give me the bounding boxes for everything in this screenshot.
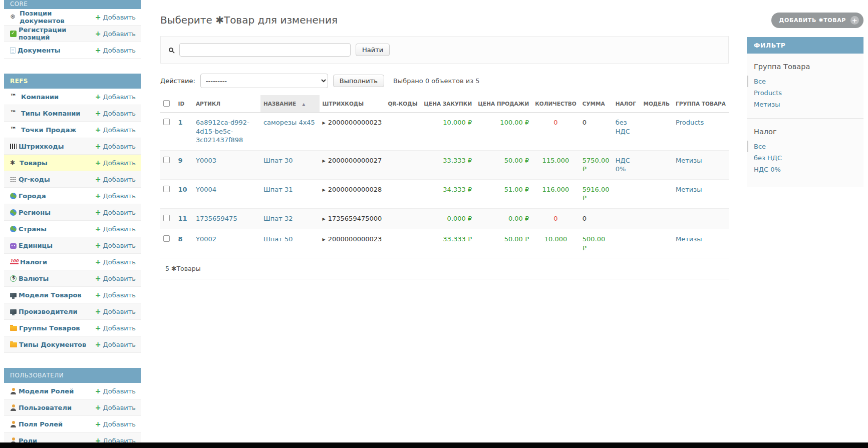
col-header-id[interactable]: ID xyxy=(175,95,193,113)
add-product-button[interactable]: ДОБАВИТЬ ✱ТОВАР xyxy=(771,13,863,28)
name-link[interactable]: Шпат 31 xyxy=(263,186,293,193)
sidebar-item-pozicii-dokumentov[interactable]: Позиции документов Добавить xyxy=(4,9,141,26)
row-checkbox[interactable] xyxy=(163,157,170,163)
col-header-qr[interactable]: QR-КОДЫ xyxy=(385,95,421,113)
add-link[interactable]: Добавить xyxy=(95,225,136,233)
col-header-barcodes[interactable]: ШТРИХКОДЫ xyxy=(320,95,385,113)
add-link[interactable]: Добавить xyxy=(95,307,136,315)
col-header-sku[interactable]: АРТИКЛ xyxy=(193,95,260,113)
add-link[interactable]: Добавить xyxy=(95,420,136,428)
name-link[interactable]: Шпат 50 xyxy=(263,235,293,243)
add-link[interactable]: Добавить xyxy=(95,258,136,266)
search-input[interactable] xyxy=(179,43,351,57)
col-header-model[interactable]: МОДЕЛЬ xyxy=(640,95,673,113)
expand-icon[interactable] xyxy=(323,188,326,193)
run-action-button[interactable]: Выполнить xyxy=(333,75,384,87)
expand-icon[interactable] xyxy=(323,121,326,126)
add-link[interactable]: Добавить xyxy=(95,159,136,167)
sidebar-item-goroda[interactable]: Города Добавить xyxy=(4,188,141,204)
add-link[interactable]: Добавить xyxy=(95,126,136,134)
sidebar-item-polzovateli[interactable]: Пользователи Добавить xyxy=(4,399,141,416)
sku-link[interactable]: 1735659475 xyxy=(196,215,237,222)
sidebar-item-modeli-rolej[interactable]: Модели Ролей Добавить xyxy=(4,383,141,399)
tax-link[interactable]: без НДС xyxy=(616,119,630,135)
add-link[interactable]: Добавить xyxy=(95,340,136,348)
group-link[interactable]: Метизы xyxy=(676,235,702,243)
add-link[interactable]: Добавить xyxy=(95,30,136,38)
sidebar-item-dokumenty[interactable]: Документы Добавить xyxy=(4,42,141,59)
row-checkbox[interactable] xyxy=(163,119,170,125)
name-link[interactable]: Шпат 30 xyxy=(263,157,293,164)
add-link[interactable]: Добавить xyxy=(95,208,136,216)
filter-header: ФИЛЬТР xyxy=(747,37,863,54)
col-header-buy-price[interactable]: ЦЕНА ЗАКУПКИ xyxy=(421,95,475,113)
add-link[interactable]: Добавить xyxy=(95,175,136,183)
sidebar-item-tovary[interactable]: Товары Добавить xyxy=(4,155,141,171)
sku-link[interactable]: Y0004 xyxy=(196,186,216,193)
add-link[interactable]: Добавить xyxy=(95,324,136,332)
name-link[interactable]: саморезы 4x45 xyxy=(263,119,315,126)
add-link[interactable]: Добавить xyxy=(95,93,136,101)
sidebar-item-shtrihkody[interactable]: Штрихкоды Добавить xyxy=(4,138,141,155)
filter-list-tax: Все без НДС НДС 0% xyxy=(747,141,863,175)
filter-option-all[interactable]: Все xyxy=(747,76,863,87)
sidebar-item-strany[interactable]: Страны Добавить xyxy=(4,221,141,237)
filter-option-vat-0[interactable]: НДС 0% xyxy=(747,164,863,175)
sidebar-item-polya-rolej[interactable]: Поля Ролей Добавить xyxy=(4,416,141,432)
action-select[interactable]: --------- xyxy=(200,74,328,88)
sidebar-item-gruppy-tovarov[interactable]: Группы Товаров Добавить xyxy=(4,320,141,336)
filter-option-no-vat[interactable]: без НДС xyxy=(747,152,863,164)
add-link[interactable]: Добавить xyxy=(95,291,136,299)
group-link[interactable]: Products xyxy=(676,119,704,126)
col-header-sell-price[interactable]: ЦЕНА ПРОДАЖИ xyxy=(475,95,532,113)
sidebar-item-nalogi[interactable]: Налоги Добавить xyxy=(4,254,141,270)
sidebar-item-proizvoditeli[interactable]: Производители Добавить xyxy=(4,303,141,320)
expand-icon[interactable] xyxy=(323,237,326,243)
cell-qr xyxy=(385,229,421,258)
col-header-name[interactable]: НАЗВАНИЕ xyxy=(260,95,320,113)
search-icon xyxy=(169,48,173,52)
sku-link[interactable]: Y0002 xyxy=(196,235,216,243)
expand-icon[interactable] xyxy=(323,159,326,164)
row-checkbox[interactable] xyxy=(163,186,170,192)
sidebar-item-edinicy[interactable]: Единицы Добавить xyxy=(4,237,141,254)
group-link[interactable]: Метизы xyxy=(676,186,702,193)
col-header-group[interactable]: ГРУППА ТОВАРА xyxy=(673,95,729,113)
add-link[interactable]: Добавить xyxy=(95,46,136,54)
name-link[interactable]: Шпат 32 xyxy=(263,215,293,222)
filter-option-all[interactable]: Все xyxy=(747,141,863,152)
sidebar-item-tipy-dokumentov[interactable]: Типы Документов Добавить xyxy=(4,336,141,353)
expand-icon[interactable] xyxy=(323,217,326,222)
row-checkbox[interactable] xyxy=(163,215,170,221)
sidebar-item-tochki-prodazh[interactable]: Точки Продаж Добавить xyxy=(4,122,141,138)
sidebar-item-qr-kody[interactable]: Qr-коды Добавить xyxy=(4,171,141,188)
sku-link[interactable]: 6a8912ca-d992-4d15-be5c-3c021437f898 xyxy=(196,119,249,144)
add-link[interactable]: Добавить xyxy=(95,387,136,395)
sort-asc-icon[interactable] xyxy=(302,102,305,107)
tax-link[interactable]: НДС 0% xyxy=(616,157,630,173)
col-header-tax[interactable]: НАЛОГ xyxy=(613,95,641,113)
col-header-sum[interactable]: СУММА xyxy=(580,95,613,113)
search-button[interactable]: Найти xyxy=(356,44,390,56)
group-link[interactable]: Метизы xyxy=(676,157,702,164)
sidebar-item-tipy-kompanii[interactable]: Типы Компании Добавить xyxy=(4,105,141,122)
select-all-checkbox[interactable] xyxy=(163,100,170,107)
add-link[interactable]: Добавить xyxy=(95,241,136,249)
row-checkbox[interactable] xyxy=(163,235,170,242)
add-link[interactable]: Добавить xyxy=(95,109,136,117)
add-link[interactable]: Добавить xyxy=(95,13,136,21)
sku-link[interactable]: Y0003 xyxy=(196,157,216,164)
add-link[interactable]: Добавить xyxy=(95,274,136,282)
filter-option-metizy[interactable]: Метизы xyxy=(747,99,863,110)
sidebar-item-registracii-pozicij[interactable]: Регистрации позиций Добавить xyxy=(4,26,141,42)
col-header-quantity[interactable]: КОЛИЧЕСТВО xyxy=(532,95,579,113)
cell-id: 11 xyxy=(175,208,193,229)
sidebar-item-valyuty[interactable]: Валюты Добавить xyxy=(4,270,141,287)
sidebar-item-modeli-tovarov[interactable]: Модели Товаров Добавить xyxy=(4,287,141,303)
sidebar-item-kompanii[interactable]: Компании Добавить xyxy=(4,89,141,105)
filter-option-products[interactable]: Products xyxy=(747,87,863,99)
add-link[interactable]: Добавить xyxy=(95,142,136,150)
add-link[interactable]: Добавить xyxy=(95,192,136,200)
add-link[interactable]: Добавить xyxy=(95,403,136,411)
sidebar-item-regiony[interactable]: Регионы Добавить xyxy=(4,204,141,221)
